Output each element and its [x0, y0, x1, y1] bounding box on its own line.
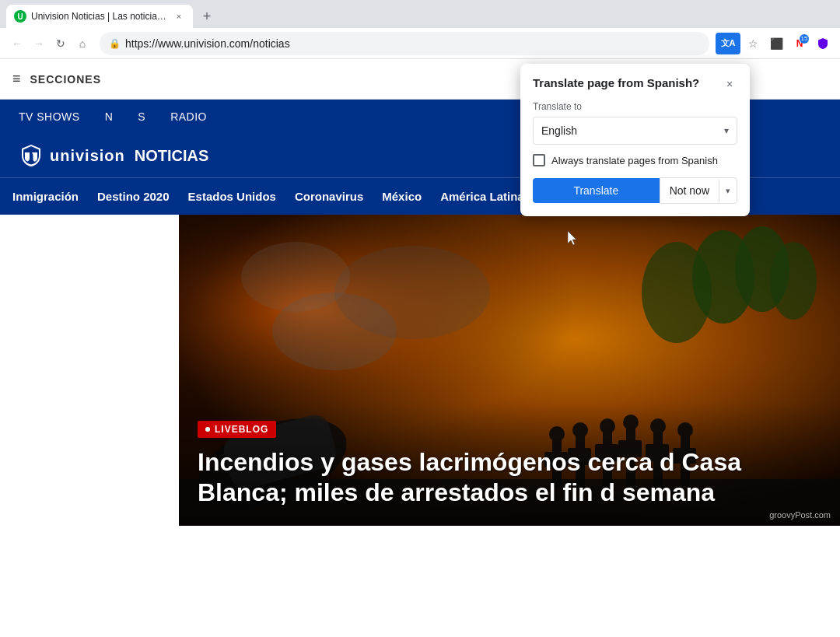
translate-button[interactable]: Translate — [533, 178, 660, 203]
always-translate-checkbox[interactable] — [533, 154, 545, 166]
not-now-group: Not now ▾ — [660, 177, 737, 204]
nav-item-radio[interactable]: RADIO — [170, 110, 207, 123]
always-translate-row: Always translate pages from Spanish — [533, 154, 737, 166]
univision-logo: univision NOTICIAS — [19, 143, 208, 168]
extensions-button[interactable]: ⬛ — [765, 33, 787, 54]
svg-point-6 — [770, 242, 817, 320]
not-now-button[interactable]: Not now — [660, 178, 719, 203]
tab-close-button[interactable]: × — [173, 10, 185, 23]
norton-button[interactable]: N 15 — [789, 33, 810, 54]
not-now-chevron-button[interactable]: ▾ — [719, 180, 737, 202]
home-button[interactable]: ⌂ — [72, 33, 93, 54]
logo-text: univision — [50, 147, 125, 165]
svg-point-7 — [642, 242, 712, 343]
always-translate-label: Always translate pages from Spanish — [551, 155, 718, 166]
cat-estados[interactable]: Estados Unidos — [188, 190, 276, 203]
url-text: https://www.univision.com/noticias — [125, 37, 290, 50]
tab-title: Univision Noticias | Las noticias m — [31, 11, 170, 22]
translate-to-label: Translate to — [533, 101, 737, 112]
nav-item-3[interactable]: S — [138, 110, 145, 123]
shield-icon — [817, 37, 829, 50]
lock-icon: 🔒 — [109, 38, 121, 49]
language-value: English — [541, 124, 577, 137]
cat-destino[interactable]: Destino 2020 — [97, 190, 170, 203]
secciones-label: SECCIONES — [30, 73, 101, 86]
hero-area: LIVEBLOG Incendios y gases lacrimógenos … — [179, 215, 840, 526]
svg-point-30 — [334, 246, 490, 339]
new-tab-button[interactable]: + — [196, 5, 218, 27]
popup-close-button[interactable]: × — [722, 76, 737, 92]
toolbar-icons: 文A ☆ ⬛ N 15 — [716, 33, 834, 54]
extensions-icon: ⬛ — [770, 37, 783, 50]
translate-popup: Translate page from Spanish? × Translate… — [520, 64, 750, 216]
popup-title: Translate page from Spanish? — [533, 76, 699, 89]
cat-america[interactable]: América Latina — [440, 190, 524, 203]
liveblog-badge: LIVEBLOG — [198, 421, 276, 438]
back-button[interactable]: ← — [6, 33, 28, 54]
translate-button[interactable]: 文A — [716, 33, 740, 54]
svg-point-31 — [241, 242, 350, 312]
popup-buttons: Translate Not now ▾ — [533, 177, 737, 204]
cat-inmigracion[interactable]: Inmigración — [12, 190, 79, 203]
popup-header: Translate page from Spanish? × — [533, 76, 737, 92]
forward-button[interactable]: → — [28, 33, 50, 54]
address-bar: ← → ↻ ⌂ 🔒 https://www.univision.com/noti… — [0, 28, 840, 59]
liveblog-dot — [205, 427, 210, 432]
tab-favicon: U — [14, 10, 26, 23]
active-tab[interactable]: U Univision Noticias | Las noticias m × — [6, 5, 193, 28]
cat-coronavirus[interactable]: Coronavirus — [295, 190, 363, 203]
hamburger-icon[interactable]: ≡ — [12, 71, 21, 87]
noticias-text: NOTICIAS — [135, 147, 209, 165]
nav-item-2[interactable]: N — [105, 110, 114, 123]
hero-title: Incendios y gases lacrimógenos cerca d C… — [198, 447, 821, 507]
cat-mexico[interactable]: México — [382, 190, 422, 203]
svg-text:U: U — [17, 12, 23, 21]
logo-shield-icon — [19, 143, 44, 168]
nav-item-tvshows[interactable]: TV SHOWS — [19, 110, 80, 123]
language-select[interactable]: English ▾ — [533, 117, 737, 145]
badge-count: 15 — [800, 34, 809, 44]
tab-bar: U Univision Noticias | Las noticias m × … — [0, 0, 840, 28]
shield-button[interactable] — [812, 33, 834, 54]
groovy-watermark: groovyPost.com — [769, 510, 831, 520]
hero-overlay: LIVEBLOG Incendios y gases lacrimógenos … — [179, 402, 840, 526]
refresh-button[interactable]: ↻ — [50, 33, 72, 54]
star-button[interactable]: ☆ — [742, 33, 764, 54]
select-arrow-icon: ▾ — [724, 125, 729, 136]
url-bar[interactable]: 🔒 https://www.univision.com/noticias — [100, 32, 709, 55]
